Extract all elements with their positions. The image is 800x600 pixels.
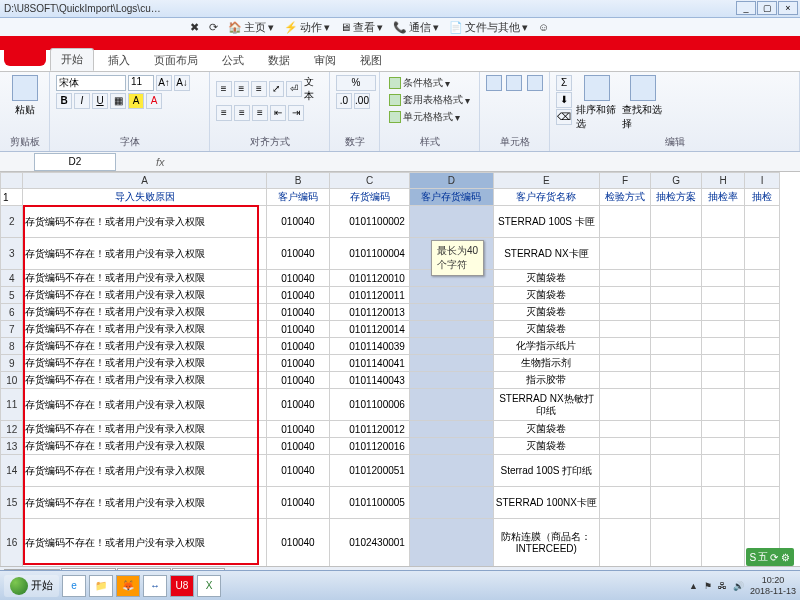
cell[interactable] xyxy=(409,321,493,338)
field-header[interactable]: 客户存货编码 xyxy=(409,189,493,206)
indent-inc-btn[interactable]: ⇥ xyxy=(288,105,304,121)
row-header[interactable]: 3 xyxy=(1,238,23,270)
row-header[interactable]: 15 xyxy=(1,487,23,519)
cell[interactable]: 010040 xyxy=(266,238,329,270)
cell[interactable] xyxy=(651,421,702,438)
cell[interactable]: 0101100005 xyxy=(330,487,410,519)
align-left-btn[interactable]: ≡ xyxy=(216,105,232,121)
cell[interactable]: 灭菌袋卷 xyxy=(493,421,599,438)
cell[interactable] xyxy=(651,321,702,338)
cell[interactable]: 010040 xyxy=(266,487,329,519)
cell[interactable] xyxy=(600,519,651,567)
tab-data[interactable]: 数据 xyxy=(258,50,300,71)
tm-home[interactable]: 🏠 主页 ▾ xyxy=(228,20,274,35)
cell[interactable]: 010040 xyxy=(266,421,329,438)
row-header[interactable]: 4 xyxy=(1,270,23,287)
tm-files[interactable]: 📄 文件与其他 ▾ xyxy=(449,20,528,35)
field-header[interactable]: 抽检方案 xyxy=(651,189,702,206)
cell[interactable]: 010040 xyxy=(266,287,329,304)
row-header[interactable]: 2 xyxy=(1,206,23,238)
tm-close-icon[interactable]: ✖ xyxy=(190,21,199,34)
cell[interactable]: STERRAD NX卡匣 xyxy=(493,238,599,270)
cell[interactable]: 010040 xyxy=(266,372,329,389)
cell[interactable]: 存货编码不存在！或者用户没有录入权限 xyxy=(23,519,266,567)
border-btn[interactable]: ▦ xyxy=(110,93,126,109)
row-header[interactable]: 14 xyxy=(1,455,23,487)
task-ie-icon[interactable]: e xyxy=(62,575,86,597)
cond-format-btn[interactable]: 条件格式▾ xyxy=(386,75,453,91)
cell[interactable]: 存货编码不存在！或者用户没有录入权限 xyxy=(23,206,266,238)
table-format-btn[interactable]: 套用表格格式▾ xyxy=(386,92,473,108)
cell[interactable] xyxy=(702,455,745,487)
cell[interactable]: 010040 xyxy=(266,355,329,372)
cell[interactable] xyxy=(651,287,702,304)
cell[interactable]: 0101140039 xyxy=(330,338,410,355)
field-header[interactable]: 导入失败原因 xyxy=(23,189,266,206)
cell[interactable]: 010040 xyxy=(266,321,329,338)
tm-comm[interactable]: 📞 通信 ▾ xyxy=(393,20,439,35)
sort-filter-btn[interactable]: 排序和筛选 xyxy=(576,75,618,131)
dec-decimal[interactable]: .00 xyxy=(354,93,370,109)
cell[interactable]: 0101120010 xyxy=(330,270,410,287)
find-select-btn[interactable]: 查找和选择 xyxy=(622,75,664,131)
cell[interactable] xyxy=(600,321,651,338)
start-button[interactable]: 开始 xyxy=(4,575,59,597)
row-header[interactable]: 6 xyxy=(1,304,23,321)
inc-decimal[interactable]: .0 xyxy=(336,93,352,109)
cell[interactable] xyxy=(600,355,651,372)
cell[interactable] xyxy=(600,206,651,238)
cell[interactable]: STERRAD 100NX卡匣 xyxy=(493,487,599,519)
cell[interactable]: 灭菌袋卷 xyxy=(493,270,599,287)
col-header-C[interactable]: C xyxy=(330,173,410,189)
tray-flag-icon[interactable]: ⚑ xyxy=(704,581,712,591)
cell[interactable]: 存货编码不存在！或者用户没有录入权限 xyxy=(23,338,266,355)
tm-view[interactable]: 🖥 查看 ▾ xyxy=(340,20,383,35)
cell[interactable]: 0101120013 xyxy=(330,304,410,321)
cell[interactable] xyxy=(651,438,702,455)
cell[interactable] xyxy=(745,372,780,389)
col-header-B[interactable]: B xyxy=(266,173,329,189)
cell[interactable] xyxy=(651,238,702,270)
cell[interactable] xyxy=(745,487,780,519)
cell[interactable] xyxy=(600,455,651,487)
cell[interactable]: 存货编码不存在！或者用户没有录入权限 xyxy=(23,270,266,287)
bold-btn[interactable]: B xyxy=(56,93,72,109)
col-header-H[interactable]: H xyxy=(702,173,745,189)
col-header-E[interactable]: E xyxy=(493,173,599,189)
cell[interactable] xyxy=(600,487,651,519)
cell[interactable] xyxy=(745,338,780,355)
task-explorer-icon[interactable]: 📁 xyxy=(89,575,113,597)
cell[interactable]: 存货编码不存在！或者用户没有录入权限 xyxy=(23,321,266,338)
col-header-F[interactable]: F xyxy=(600,173,651,189)
cell[interactable] xyxy=(651,372,702,389)
tab-home[interactable]: 开始 xyxy=(50,48,94,71)
align-top-btn[interactable]: ≡ xyxy=(216,81,232,97)
tab-review[interactable]: 审阅 xyxy=(304,50,346,71)
cell[interactable] xyxy=(702,421,745,438)
task-firefox-icon[interactable]: 🦊 xyxy=(116,575,140,597)
cell[interactable]: 存货编码不存在！或者用户没有录入权限 xyxy=(23,304,266,321)
cell[interactable] xyxy=(702,372,745,389)
cell[interactable] xyxy=(600,389,651,421)
row-header[interactable]: 7 xyxy=(1,321,23,338)
cell[interactable]: 0101120014 xyxy=(330,321,410,338)
fill-btn[interactable]: ⬇ xyxy=(556,92,572,108)
cell[interactable]: 存货编码不存在！或者用户没有录入权限 xyxy=(23,455,266,487)
close-btn[interactable]: × xyxy=(778,1,798,15)
ime-badge[interactable]: S 五 ⟳ ⚙ xyxy=(746,548,794,566)
cell[interactable] xyxy=(745,321,780,338)
row-header[interactable]: 13 xyxy=(1,438,23,455)
cell[interactable] xyxy=(409,372,493,389)
indent-dec-btn[interactable]: ⇤ xyxy=(270,105,286,121)
cell[interactable] xyxy=(600,438,651,455)
cell[interactable] xyxy=(702,389,745,421)
align-bot-btn[interactable]: ≡ xyxy=(251,81,267,97)
cell[interactable]: 010040 xyxy=(266,438,329,455)
cell[interactable] xyxy=(600,287,651,304)
cell-style-btn[interactable]: 单元格格式▾ xyxy=(386,109,463,125)
cell[interactable] xyxy=(745,355,780,372)
cell[interactable] xyxy=(745,438,780,455)
font-color-btn[interactable]: A xyxy=(146,93,162,109)
cell[interactable]: 010040 xyxy=(266,455,329,487)
name-box[interactable]: D2 xyxy=(34,153,116,171)
